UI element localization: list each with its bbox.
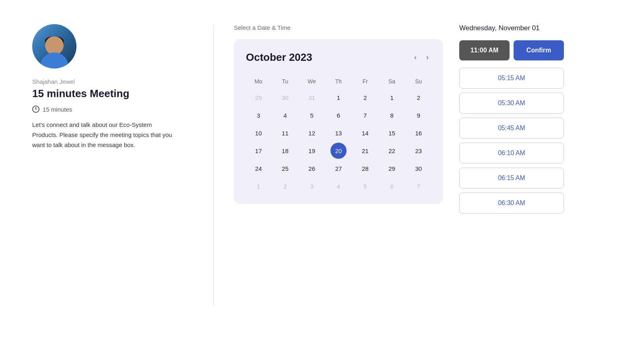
calendar-day: 29 [250,89,266,106]
calendar-day[interactable]: 26 [304,160,320,176]
selected-date: Wednesday, November 01 [459,24,564,32]
calendar-day: 5 [357,178,373,194]
calendar-day[interactable]: 29 [384,160,400,176]
calendar-month-year: October 2023 [246,51,312,64]
calendar-day[interactable]: 5 [304,107,320,123]
section-title: Select a Date & Time [234,24,443,31]
prev-month-button[interactable]: ‹ [412,52,419,63]
calendar-day[interactable]: 28 [357,160,373,176]
calendar-container: October 2023 ‹ › MoTuWeThFrSaSu293031121… [234,39,443,204]
calendar-day[interactable]: 10 [250,125,266,141]
panel-divider [213,24,214,306]
day-header: Mo [246,75,271,88]
calendar-day[interactable]: 19 [304,143,320,159]
calendar-day[interactable]: 2 [411,89,427,106]
calendar-day: 4 [330,178,347,194]
avatar [32,24,76,68]
calendar-day[interactable]: 18 [277,143,293,159]
time-slot-button[interactable]: 06:10 AM [459,143,564,164]
calendar-day[interactable]: 22 [384,143,400,159]
day-header: Fr [353,75,378,88]
time-slot-button[interactable]: 06:30 AM [459,193,564,214]
next-month-button[interactable]: › [424,52,431,63]
time-confirm-row: 11:00 AM Confirm [459,40,564,60]
time-slots-container: 05:15 AM05:30 AM05:45 AM06:10 AM06:15 AM… [459,68,564,218]
calendar-day[interactable]: 12 [304,125,320,141]
calendar-day: 2 [277,178,293,194]
calendar-day[interactable]: 6 [330,107,347,123]
calendar-header: October 2023 ‹ › [246,51,431,64]
calendar-day[interactable]: 2 [357,89,373,106]
calendar-day[interactable]: 1 [330,89,347,106]
day-header: Su [406,75,431,88]
calendar-day[interactable]: 23 [411,143,427,159]
calendar-day[interactable]: 16 [411,125,427,141]
time-slot-button[interactable]: 05:45 AM [459,118,564,139]
selected-time-button[interactable]: 11:00 AM [459,40,510,60]
time-slot-button[interactable]: 05:30 AM [459,93,564,114]
confirm-button[interactable]: Confirm [514,40,564,60]
calendar-day: 7 [411,178,427,194]
calendar-day: 31 [304,89,320,106]
calendar-day[interactable]: 8 [384,107,400,123]
calendar-day[interactable]: 24 [250,160,266,176]
calendar-day: 30 [277,89,293,106]
calendar-day[interactable]: 25 [277,160,293,176]
calendar-day: 6 [384,178,400,194]
meeting-description: Let's connect and talk about our Eco-Sys… [32,120,177,150]
clock-icon [32,106,39,113]
calendar-panel: Select a Date & Time October 2023 ‹ › Mo… [234,24,443,204]
calendar-day: 1 [250,178,266,194]
duration-row: 15 minutes [32,106,177,113]
calendar-day[interactable]: 13 [330,125,347,141]
calendar-day[interactable]: 20 [330,143,347,159]
calendar-day[interactable]: 14 [357,125,373,141]
day-header: We [299,75,324,88]
calendar-day[interactable]: 17 [250,143,266,159]
calendar-day[interactable]: 9 [411,107,427,123]
time-slot-button[interactable]: 05:15 AM [459,68,564,89]
calendar-nav: ‹ › [412,52,431,63]
calendar-day[interactable]: 15 [384,125,400,141]
calendar-day[interactable]: 30 [411,160,427,176]
time-panel: Wednesday, November 01 11:00 AM Confirm … [459,24,564,218]
day-header: Sa [379,75,404,88]
day-header: Tu [272,75,297,88]
duration-text: 15 minutes [43,106,72,113]
day-header: Th [326,75,351,88]
time-slot-button[interactable]: 06:15 AM [459,168,564,189]
calendar-day[interactable]: 7 [357,107,373,123]
calendar-day[interactable]: 4 [277,107,293,123]
person-name: Shajahan Jewel [32,78,177,85]
calendar-grid: MoTuWeThFrSaSu29303112123456789101112131… [246,75,431,194]
calendar-day[interactable]: 21 [357,143,373,159]
calendar-day[interactable]: 11 [277,125,293,141]
left-panel: Shajahan Jewel 15 minutes Meeting 15 min… [32,24,193,150]
calendar-day[interactable]: 27 [330,160,347,176]
calendar-day: 3 [304,178,320,194]
calendar-day[interactable]: 3 [250,107,266,123]
calendar-day[interactable]: 1 [384,89,400,106]
meeting-title: 15 minutes Meeting [32,87,177,100]
